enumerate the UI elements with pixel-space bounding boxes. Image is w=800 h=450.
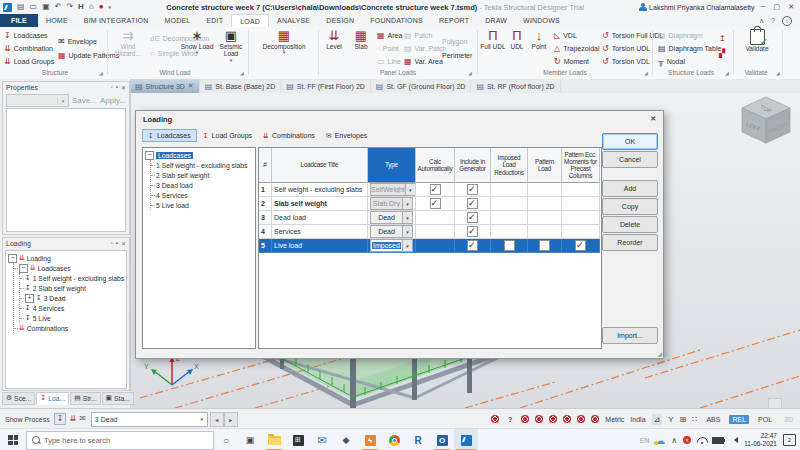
- panel-pin-icon[interactable]: ▪: [116, 240, 118, 247]
- new-file-icon[interactable]: ▤: [17, 3, 25, 11]
- table-cell-title[interactable]: Dead load: [272, 211, 368, 225]
- wind-dialog-launcher[interactable]: ◢: [240, 70, 244, 76]
- save-icon[interactable]: ▣: [42, 3, 50, 11]
- table-cell-include[interactable]: [455, 239, 491, 253]
- dropdown-icon[interactable]: ▾: [402, 198, 412, 209]
- ribbon-button-seismic-load[interactable]: ▣Seismic Load▾: [216, 29, 246, 64]
- ribbon-button-temperature-load[interactable]: ↥: [717, 32, 726, 45]
- status-icon-1[interactable]: [521, 415, 529, 423]
- ribbon-button-trapezoidal[interactable]: △Trapezoidal: [552, 42, 599, 55]
- dock-tab-scene[interactable]: ⚙Sce...: [2, 392, 35, 405]
- member-dialog-launcher[interactable]: ◢: [644, 70, 648, 76]
- open-file-icon[interactable]: ▭: [30, 3, 38, 11]
- ribbon-button-diaphragm[interactable]: ▤Diaphragm: [656, 29, 703, 42]
- scene-tab-st-rf[interactable]: ▤St. RF (Roof floor) 2D: [471, 79, 560, 93]
- panel-restore-icon[interactable]: ▫: [111, 240, 113, 247]
- expander-icon[interactable]: [25, 294, 34, 303]
- country-label[interactable]: India: [630, 416, 645, 423]
- ribbon-button-diaphragm-table[interactable]: ▤Diaphragm Table: [656, 42, 721, 55]
- ok-button[interactable]: OK: [602, 133, 658, 150]
- scene-tab-st-ff[interactable]: ▤St. FF (First Floor) 2D: [281, 79, 371, 93]
- help-status-icon[interactable]: ?: [505, 416, 515, 423]
- dropdown-icon[interactable]: ▾: [402, 226, 412, 237]
- undo-icon[interactable]: ↶: [55, 3, 62, 11]
- copy-button[interactable]: Copy: [602, 198, 658, 215]
- tab-analyse[interactable]: ANALYSE: [269, 14, 318, 27]
- column-header-imposed[interactable]: Imposed Load Reductions: [491, 148, 528, 183]
- table-cell-type[interactable]: Dead▾: [368, 225, 416, 239]
- table-cell-pattern-ecc[interactable]: [562, 225, 600, 239]
- checkbox[interactable]: [504, 240, 515, 251]
- battery-icon[interactable]: [712, 437, 724, 444]
- table-cell-num[interactable]: 1: [259, 183, 272, 197]
- panel-dialog-launcher[interactable]: ◢: [468, 70, 472, 76]
- ribbon-button-torsion-vdl[interactable]: ↺Torsion VDL: [600, 55, 650, 68]
- column-header-type[interactable]: Type: [368, 148, 416, 183]
- ribbon-button-level[interactable]: ⇊Level: [321, 29, 347, 50]
- ribbon-button-point-load[interactable]: ↓Point: [529, 29, 549, 50]
- status-icon-4[interactable]: [563, 415, 571, 423]
- checkbox[interactable]: [467, 184, 478, 195]
- dialog-close-icon[interactable]: ✕: [650, 115, 656, 123]
- column-header-calc[interactable]: Calc Automatically: [416, 148, 455, 183]
- table-cell-calc[interactable]: [416, 183, 455, 197]
- dropdown-icon[interactable]: ▾: [405, 184, 415, 195]
- action-center-icon[interactable]: 2: [783, 434, 796, 446]
- revit-button[interactable]: R: [406, 429, 430, 450]
- dialog-tab-combinations[interactable]: ⇊Combinations: [258, 129, 320, 142]
- column-header-pattern-ecc[interactable]: Pattern Ecc. Moments for Precast Columns: [562, 148, 600, 183]
- collapse-ribbon-icon[interactable]: ∧: [759, 17, 764, 25]
- snap-y-icon[interactable]: Y: [668, 415, 673, 424]
- ribbon-button-decomposition[interactable]: ▦Decomposition▾: [256, 29, 312, 56]
- status-icon-5[interactable]: [577, 415, 585, 423]
- units-label[interactable]: Metric: [605, 416, 624, 423]
- table-cell-type[interactable]: Imposed▾: [368, 239, 416, 253]
- ribbon-button-load-groups[interactable]: ⇊Load Groups: [2, 55, 54, 68]
- table-cell-num[interactable]: 3: [259, 211, 272, 225]
- tab-file[interactable]: FILE: [0, 14, 38, 27]
- table-cell-num[interactable]: 5: [259, 239, 272, 253]
- dock-tab-loading[interactable]: ↧Loa...: [36, 392, 69, 405]
- record-icon[interactable]: ●: [99, 3, 104, 11]
- tab-draw[interactable]: DRAW: [477, 14, 515, 27]
- ribbon-button-var-area[interactable]: ▦Var. Area: [402, 55, 443, 68]
- ribbon-button-full-udl[interactable]: ΠFull UDL: [480, 29, 506, 50]
- ribbon-button-wind-wizard[interactable]: ⇉Wind Wizard...: [110, 29, 146, 58]
- checkbox[interactable]: [467, 212, 478, 223]
- table-cell-pattern[interactable]: [528, 239, 562, 253]
- table-cell-pattern[interactable]: [528, 225, 562, 239]
- loading-tree-item-1[interactable]: ↧1 Self weight - excluding slabs: [20, 273, 126, 283]
- checkbox[interactable]: [539, 240, 550, 251]
- column-header-number[interactable]: #: [259, 148, 272, 183]
- structure-dialog-launcher[interactable]: ◢: [99, 70, 103, 76]
- properties-save-link[interactable]: Save...: [72, 96, 97, 105]
- checkbox[interactable]: [467, 198, 478, 209]
- solver-status-icon[interactable]: [491, 415, 499, 423]
- column-header-title[interactable]: Loadcase Title: [272, 148, 368, 183]
- checkbox[interactable]: [430, 198, 441, 209]
- table-cell-title[interactable]: Services: [272, 225, 368, 239]
- redo-icon[interactable]: ↷: [66, 3, 73, 11]
- loading-tree-item-2[interactable]: ↧2 Slab self weight: [20, 283, 126, 293]
- reorder-button[interactable]: Reorder: [602, 234, 658, 251]
- snap-grid-icon[interactable]: ⊞: [680, 415, 687, 424]
- table-cell-pattern-ecc[interactable]: [562, 197, 600, 211]
- import-button[interactable]: Import...: [602, 327, 658, 344]
- table-cell-calc[interactable]: [416, 239, 455, 253]
- tab-edit[interactable]: EDIT: [198, 14, 231, 27]
- mail-button[interactable]: ✉: [310, 429, 334, 450]
- ribbon-button-loadcases[interactable]: ↧Loadcases: [2, 29, 48, 42]
- table-cell-imposed[interactable]: [491, 197, 528, 211]
- table-cell-num[interactable]: 2: [259, 197, 272, 211]
- ribbon-button-polygon[interactable]: Polygon: [440, 35, 467, 48]
- taskbar-search-input[interactable]: Type here to search: [26, 431, 214, 450]
- panel-pin-icon[interactable]: ▪: [116, 84, 118, 91]
- expander-icon[interactable]: [145, 151, 154, 160]
- store-button[interactable]: ⊞: [286, 429, 310, 450]
- table-cell-imposed[interactable]: [491, 183, 528, 197]
- table-cell-pattern[interactable]: [528, 197, 562, 211]
- tab-design[interactable]: DESIGN: [318, 14, 362, 27]
- tab-model[interactable]: MODEL: [157, 14, 199, 27]
- validate-dialog-launcher[interactable]: ◢: [776, 70, 780, 76]
- rel-toggle[interactable]: REL: [729, 415, 749, 424]
